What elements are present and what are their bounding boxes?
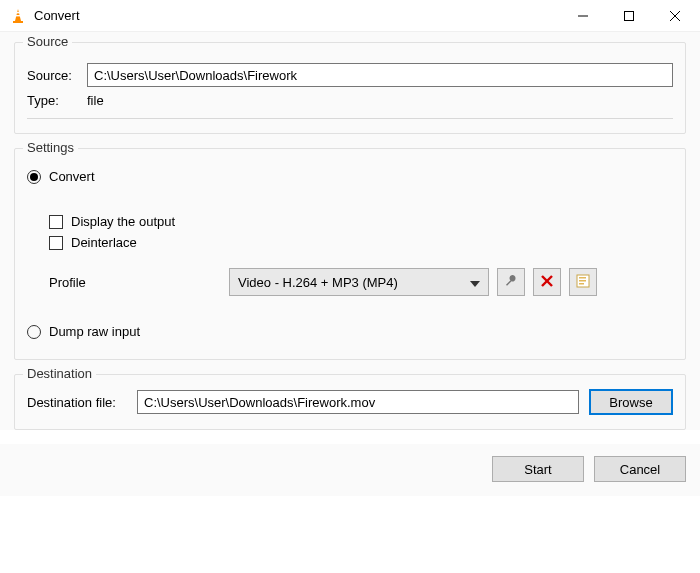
destination-legend: Destination xyxy=(23,366,96,381)
deinterlace-checkbox[interactable]: Deinterlace xyxy=(49,235,673,250)
destination-file-label: Destination file: xyxy=(27,395,137,410)
source-legend: Source xyxy=(23,34,72,49)
start-button-label: Start xyxy=(524,462,551,477)
radio-unselected-icon xyxy=(27,325,41,339)
deinterlace-label: Deinterlace xyxy=(71,235,137,250)
close-button[interactable] xyxy=(652,0,698,32)
svg-rect-3 xyxy=(13,21,23,23)
source-input[interactable] xyxy=(87,63,673,87)
cancel-button[interactable]: Cancel xyxy=(594,456,686,482)
display-output-label: Display the output xyxy=(71,214,175,229)
minimize-button[interactable] xyxy=(560,0,606,32)
maximize-button[interactable] xyxy=(606,0,652,32)
new-profile-button[interactable] xyxy=(569,268,597,296)
svg-rect-14 xyxy=(579,283,584,285)
cancel-button-label: Cancel xyxy=(620,462,660,477)
type-label: Type: xyxy=(27,93,87,108)
dialog-footer: Start Cancel xyxy=(0,444,700,496)
browse-button[interactable]: Browse xyxy=(589,389,673,415)
browse-button-label: Browse xyxy=(609,395,652,410)
svg-rect-2 xyxy=(16,15,21,16)
source-group: Source Source: Type: file xyxy=(14,42,686,134)
dump-raw-radio[interactable]: Dump raw input xyxy=(27,324,673,339)
new-profile-icon xyxy=(576,274,590,291)
start-button[interactable]: Start xyxy=(492,456,584,482)
delete-profile-button[interactable] xyxy=(533,268,561,296)
svg-rect-5 xyxy=(625,11,634,20)
settings-legend: Settings xyxy=(23,140,78,155)
delete-x-icon xyxy=(541,275,553,290)
window-title: Convert xyxy=(34,8,560,23)
dump-raw-label: Dump raw input xyxy=(49,324,140,339)
chevron-down-icon xyxy=(470,275,480,290)
radio-selected-icon xyxy=(27,170,41,184)
source-label: Source: xyxy=(27,68,87,83)
edit-profile-button[interactable] xyxy=(497,268,525,296)
svg-marker-8 xyxy=(470,281,480,287)
source-divider xyxy=(27,118,673,119)
convert-radio[interactable]: Convert xyxy=(27,169,673,184)
vlc-cone-icon xyxy=(10,8,26,24)
type-value: file xyxy=(87,93,104,108)
convert-radio-label: Convert xyxy=(49,169,95,184)
profile-label: Profile xyxy=(49,275,229,290)
checkbox-unchecked-icon xyxy=(49,215,63,229)
settings-group: Settings Convert Display the output Dein… xyxy=(14,148,686,360)
wrench-icon xyxy=(504,274,518,291)
destination-group: Destination Destination file: Browse xyxy=(14,374,686,430)
svg-rect-12 xyxy=(579,277,586,279)
display-output-checkbox[interactable]: Display the output xyxy=(49,214,673,229)
svg-rect-13 xyxy=(579,280,586,282)
profile-select[interactable]: Video - H.264 + MP3 (MP4) xyxy=(229,268,489,296)
destination-file-input[interactable] xyxy=(137,390,579,414)
titlebar: Convert xyxy=(0,0,700,32)
profile-select-value: Video - H.264 + MP3 (MP4) xyxy=(238,275,398,290)
checkbox-unchecked-icon xyxy=(49,236,63,250)
svg-rect-1 xyxy=(16,12,20,13)
